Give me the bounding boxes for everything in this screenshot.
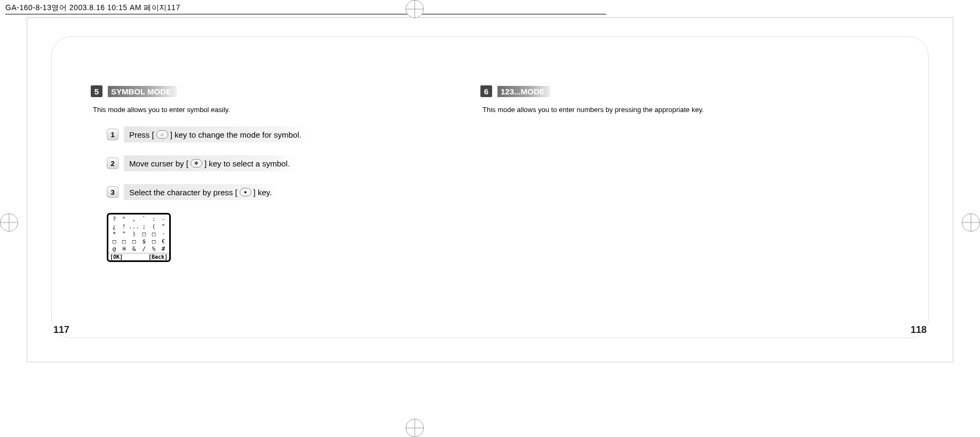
step-text: Select the character by press [ ● ] key. xyxy=(124,184,277,200)
step-text-pre: Move curser by [ xyxy=(129,159,188,168)
ok-key-icon: ● xyxy=(240,188,251,196)
step-text-pre: Select the character by press [ xyxy=(129,188,238,197)
step-row: 3 Select the character by press [ ● ] ke… xyxy=(107,184,432,200)
step-text-post: ] key. xyxy=(254,188,272,197)
crop-mark-icon xyxy=(406,419,424,437)
file-header: GA-160-8-13영어 2003.8.16 10:15 AM 페이지117 xyxy=(5,3,180,13)
symbol-grid: ?°,`:- ¿!...;(" *")□□· □□□$□€ @※&/%# xyxy=(108,214,169,253)
step-number: 3 xyxy=(107,186,118,198)
section-title: 123...MODE xyxy=(497,86,550,97)
step-text-pre: Press [ xyxy=(129,130,154,139)
left-column: 5 SYMBOL MODE This mode allows you to en… xyxy=(91,85,432,262)
section-intro: This mode allows you to enter symbol eas… xyxy=(93,106,432,114)
section-number: 6 xyxy=(480,85,492,97)
softkey-row: [OK] [Back] xyxy=(108,253,169,260)
step-row: 2 Move curser by [ ✥ ] key to select a s… xyxy=(107,155,432,171)
nav-key-icon: ✥ xyxy=(191,159,202,168)
step-number: 2 xyxy=(107,157,118,169)
step-text-post: ] key to change the mode for symbol. xyxy=(170,130,302,139)
crop-mark-icon xyxy=(406,0,424,18)
page-number-left: 117 xyxy=(53,324,69,336)
phone-screen: ?°,`:- ¿!...;(" *")□□· □□□$□€ @※&/%# [OK… xyxy=(107,213,171,262)
step-text: Press [ ⌂ ] key to change the mode for s… xyxy=(124,126,307,142)
section-header: 6 123...MODE xyxy=(480,85,822,97)
section-intro: This mode allows you to enter numbers by… xyxy=(483,106,822,114)
crop-mark-icon xyxy=(0,213,18,232)
crop-mark-icon xyxy=(962,213,980,232)
softkey-ok: [OK] xyxy=(110,254,123,260)
header-rule xyxy=(5,14,606,14)
key-icon: ⌂ xyxy=(156,130,168,139)
step-number: 1 xyxy=(107,129,118,140)
page-number-right: 118 xyxy=(911,324,927,336)
step-text-post: ] key to select a symbol. xyxy=(204,159,290,168)
step-row: 1 Press [ ⌂ ] key to change the mode for… xyxy=(107,126,432,142)
section-header: 5 SYMBOL MODE xyxy=(91,85,432,97)
section-title: SYMBOL MODE xyxy=(108,86,177,97)
section-number: 5 xyxy=(91,85,102,97)
step-text: Move curser by [ ✥ ] key to select a sym… xyxy=(124,155,295,171)
right-column: 6 123...MODE This mode allows you to ent… xyxy=(480,85,822,126)
softkey-back: [Back] xyxy=(148,254,168,260)
